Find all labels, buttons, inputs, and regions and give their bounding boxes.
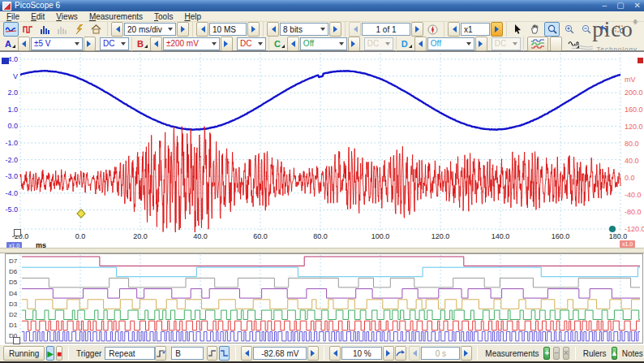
buffer-field[interactable]: 1 of 1 [362, 23, 410, 36]
extra-view-button-disabled [54, 22, 70, 37]
pretrigger-field[interactable]: 10 % [341, 347, 382, 360]
scope-view-icon [6, 25, 17, 34]
timebase-prev-button[interactable] [111, 22, 123, 37]
zoom-factor-field[interactable]: x1 [461, 23, 490, 36]
menu-file[interactable]: File [6, 12, 19, 21]
channel-b-range-down-button[interactable] [150, 37, 162, 51]
right-axis-tick: 200.0 [625, 89, 644, 97]
resolution-decrease-button[interactable] [267, 22, 279, 37]
probe-wizard-button[interactable] [71, 22, 87, 37]
pretrigger-down-button[interactable] [329, 346, 341, 361]
trigger-level-down-button[interactable] [241, 346, 252, 361]
right-axis-tick: 80.0 [625, 140, 644, 148]
start-capture-button[interactable]: ▶ [46, 346, 54, 361]
trigger-level-up-button[interactable] [307, 346, 319, 361]
close-button[interactable]: ✕ [634, 2, 641, 10]
channel-c-menu[interactable]: C [274, 39, 285, 49]
channel-c-range-up-button[interactable] [348, 37, 360, 51]
pretrigger-up-button[interactable] [383, 346, 394, 361]
channel-b-range-up-button[interactable] [221, 37, 233, 51]
stop-capture-button[interactable]: ■ [56, 346, 62, 361]
channel-d-range-up-button[interactable] [475, 37, 487, 51]
rising-edge-button[interactable] [207, 346, 217, 361]
buffer-prev-button[interactable] [349, 22, 361, 37]
channel-b-coupling-select[interactable]: DC [237, 37, 266, 50]
channel-c-coupling-select: DC [364, 37, 393, 50]
resolution-select[interactable]: 8 bits [280, 23, 328, 36]
add-measurement-button[interactable]: + [543, 347, 550, 360]
channel-a-range-down-button[interactable] [18, 37, 30, 51]
right-axis-tick: 160.0 [625, 106, 644, 114]
trigger-level-field[interactable]: -82.68 mV [253, 347, 307, 360]
scope-plot-area[interactable]: 4.0V2.01.00.0-1.0-2.0-3.0-4.0-5.0mV200.0… [0, 51, 644, 248]
channel-a-axis-handle[interactable] [2, 58, 9, 64]
digital-channels-button[interactable] [527, 37, 548, 51]
samples-increase-button[interactable] [247, 22, 260, 37]
channel-a-range-up-button[interactable] [84, 37, 96, 51]
channel-c-range-down-button[interactable] [287, 37, 299, 51]
panel-separator[interactable] [0, 248, 644, 253]
notes-label: Notes [622, 349, 643, 358]
zoom-factor-increase-button[interactable] [491, 22, 503, 37]
x-axis-handle[interactable] [14, 229, 21, 236]
rising-edge-icon [208, 349, 217, 357]
delay-field: 0 s [421, 347, 460, 360]
digital-channels-dropdown-button[interactable] [550, 37, 562, 51]
channel-c-range-select[interactable]: Off [300, 37, 347, 50]
home-button[interactable] [88, 22, 104, 37]
dropdown-arrow-icon [212, 42, 217, 48]
buffer-navigator-button[interactable] [425, 22, 440, 37]
channel-a-range-select[interactable]: ±5 V [31, 37, 83, 50]
scope-view-button[interactable] [3, 22, 19, 37]
trigger-source-select[interactable]: B [171, 347, 204, 360]
advanced-trigger-icon [156, 349, 165, 358]
buffer-navigator-icon [427, 24, 438, 35]
edit-measurement-button: – [553, 347, 560, 360]
channel-a-menu[interactable]: A [5, 39, 15, 49]
right-axis-tick: mV [625, 76, 644, 84]
channel-b-range-select[interactable]: ±200 mV [163, 37, 220, 50]
digital-axis-handle[interactable] [13, 337, 20, 344]
maximize-button[interactable]: ▢ [616, 2, 624, 10]
digital-panel[interactable]: D7D6D5D4D3D2D1D0 [0, 253, 644, 344]
minimize-button[interactable]: – [603, 2, 608, 10]
running-button[interactable]: Running [3, 346, 45, 361]
persistence-icon [23, 25, 33, 33]
hand-icon [530, 24, 540, 34]
delay-up-button[interactable] [461, 346, 472, 361]
channel-b-menu[interactable]: B [137, 39, 148, 49]
menu-tools[interactable]: Tools [154, 12, 173, 21]
menu-edit[interactable]: Edit [31, 12, 45, 21]
dropdown-arrow-icon [168, 28, 173, 33]
falling-edge-button[interactable] [219, 346, 230, 361]
timebase-next-button[interactable] [177, 22, 189, 37]
channel-d-range-select[interactable]: Off [427, 37, 474, 50]
logo-waves-icon [572, 45, 593, 51]
digital-axis-marker[interactable] [609, 226, 616, 232]
menu-help[interactable]: Help [184, 12, 201, 21]
channel-a-coupling-select[interactable]: DC [100, 37, 129, 50]
channel-d-menu[interactable]: D [401, 39, 412, 49]
trigger-time-reference-button[interactable] [395, 346, 406, 361]
zoom-tool-button[interactable] [544, 22, 560, 37]
x-axis-tick: 160.0 [544, 232, 577, 240]
spectrum-view-button[interactable] [37, 22, 53, 37]
rulers-toggle-button[interactable]: ▴ [612, 347, 617, 360]
menu-measurements[interactable]: Measurements [89, 12, 143, 21]
buffer-next-button[interactable] [411, 22, 423, 37]
samples-field[interactable]: 10 MS [209, 23, 247, 36]
disabled-view-icon [57, 25, 67, 34]
channel-d-range-down-button[interactable] [414, 37, 427, 51]
hand-tool-button[interactable] [527, 22, 543, 37]
persistence-view-button[interactable] [20, 22, 36, 37]
left-axis-tick: 1.0 [0, 106, 18, 114]
zoom-factor-decrease-button[interactable] [448, 22, 460, 37]
resolution-increase-button[interactable] [329, 22, 341, 37]
normal-selection-tool-button[interactable] [510, 22, 526, 37]
samples-decrease-button[interactable] [196, 22, 208, 37]
timebase-select[interactable]: 20 ms/div [124, 23, 176, 36]
menu-views[interactable]: Views [56, 12, 78, 21]
advanced-trigger-button[interactable] [155, 346, 166, 361]
channel-b-axis-handle[interactable] [638, 58, 643, 63]
trigger-mode-select[interactable]: Repeat [105, 347, 155, 360]
